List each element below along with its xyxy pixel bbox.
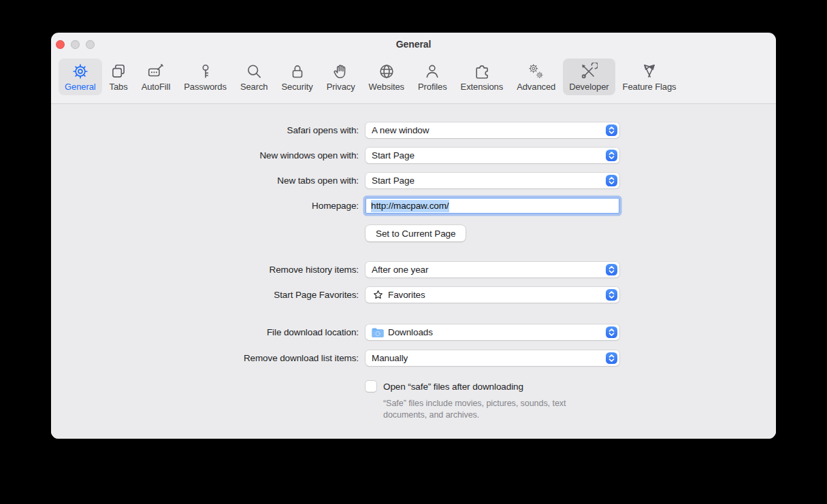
safari-opens-with-select[interactable]: A new window — [366, 122, 619, 138]
tab-label: Profiles — [418, 82, 447, 92]
tab-label: Developer — [569, 82, 609, 92]
tab-label: Passwords — [184, 82, 227, 92]
setting-row: Remove history items: After one year — [51, 262, 619, 278]
setting-label: New tabs open with: — [51, 175, 359, 186]
checkbox-label: Open “safe” files after downloading — [383, 382, 523, 392]
tab-label: Websites — [369, 82, 404, 92]
key-icon — [197, 63, 214, 80]
new-tabs-open-with-select[interactable]: Start Page — [366, 173, 619, 188]
window-title: General — [51, 39, 776, 50]
gears-icon — [528, 63, 545, 80]
setting-label: Safari opens with: — [51, 125, 359, 135]
hand-icon — [332, 63, 350, 80]
setting-label: New windows open with: — [51, 150, 359, 161]
tab-privacy[interactable]: Privacy — [321, 58, 361, 95]
setting-row: Open “safe” files after downloading — [366, 381, 523, 392]
tab-label: AutoFill — [142, 82, 171, 92]
tab-feature-flags[interactable]: Feature Flags — [617, 58, 683, 95]
lock-icon — [289, 63, 306, 80]
general-pane: Safari opens with: A new window New wind… — [51, 103, 776, 439]
tab-label: Feature Flags — [623, 82, 677, 92]
gear-icon — [71, 63, 89, 80]
tab-label: Privacy — [327, 82, 355, 92]
new-windows-open-with-select[interactable]: Start Page — [366, 148, 619, 163]
flags-icon — [640, 63, 658, 80]
tab-label: General — [65, 82, 96, 92]
file-download-location-select[interactable]: Downloads — [366, 324, 619, 340]
stepper-icon[interactable] — [606, 175, 617, 186]
window-titlebar[interactable]: General — [51, 33, 776, 57]
open-safe-files-checkbox[interactable] — [366, 381, 376, 392]
setting-row: Set to Current Page — [51, 225, 466, 241]
tab-passwords[interactable]: Passwords — [178, 58, 233, 95]
setting-row: New tabs open with: Start Page — [51, 173, 619, 188]
tab-label: Advanced — [517, 82, 555, 92]
selected-text: http://macpaw.com/ — [371, 200, 449, 212]
tab-security[interactable]: Security — [275, 58, 319, 95]
tab-label: Search — [240, 82, 268, 92]
star-icon — [372, 290, 384, 301]
setting-row: Remove download list items: Manually — [51, 350, 619, 366]
setting-row: Start Page Favorites: Favorites — [51, 287, 619, 303]
tools-icon — [580, 63, 598, 80]
setting-row: New windows open with: Start Page — [51, 148, 619, 163]
tab-autofill[interactable]: AutoFill — [135, 58, 177, 95]
setting-label: Remove download list items: — [51, 353, 359, 363]
tab-profiles[interactable]: Profiles — [412, 58, 453, 95]
stepper-icon[interactable] — [606, 124, 617, 136]
homepage-input[interactable]: http://macpaw.com/ — [366, 198, 619, 214]
desktop-background: General General Tabs AutoFill — [0, 0, 827, 504]
tab-search[interactable]: Search — [234, 58, 274, 95]
tab-general[interactable]: General — [59, 58, 102, 95]
setting-label: Start Page Favorites: — [51, 290, 359, 300]
tab-advanced[interactable]: Advanced — [510, 58, 562, 95]
downloads-folder-icon — [372, 327, 384, 338]
tab-extensions[interactable]: Extensions — [455, 58, 510, 95]
puzzle-icon — [473, 63, 491, 80]
setting-label: Remove history items: — [51, 265, 359, 275]
tab-label: Security — [281, 82, 312, 92]
tab-developer[interactable]: Developer — [563, 58, 615, 95]
set-to-current-page-button[interactable]: Set to Current Page — [366, 225, 466, 241]
setting-row: Safari opens with: A new window — [51, 122, 619, 138]
tabs-icon — [110, 63, 127, 80]
setting-label: Homepage: — [51, 201, 359, 211]
autofill-icon — [147, 63, 165, 80]
setting-row: File download location: Downloads — [51, 324, 619, 340]
tab-label: Extensions — [461, 82, 504, 92]
stepper-icon[interactable] — [606, 264, 617, 275]
setting-row: Homepage: http://macpaw.com/ — [51, 198, 619, 214]
remove-download-list-items-select[interactable]: Manually — [366, 350, 619, 366]
stepper-icon[interactable] — [606, 150, 617, 161]
setting-label: File download location: — [51, 327, 359, 337]
globe-icon — [378, 63, 395, 80]
stepper-icon[interactable] — [606, 326, 617, 338]
search-icon — [245, 63, 263, 80]
tab-websites[interactable]: Websites — [363, 58, 410, 95]
tab-label: Tabs — [110, 82, 128, 92]
stepper-icon[interactable] — [606, 289, 617, 301]
safari-settings-window: General General Tabs AutoFill — [51, 33, 776, 439]
person-icon — [423, 63, 441, 80]
settings-toolbar: General Tabs AutoFill Passwords — [51, 57, 776, 103]
remove-history-items-select[interactable]: After one year — [366, 262, 619, 278]
start-page-favorites-select[interactable]: Favorites — [366, 287, 619, 303]
tab-tabs[interactable]: Tabs — [103, 58, 134, 95]
safe-files-note: “Safe” files include movies, pictures, s… — [383, 398, 596, 421]
stepper-icon[interactable] — [606, 352, 617, 364]
